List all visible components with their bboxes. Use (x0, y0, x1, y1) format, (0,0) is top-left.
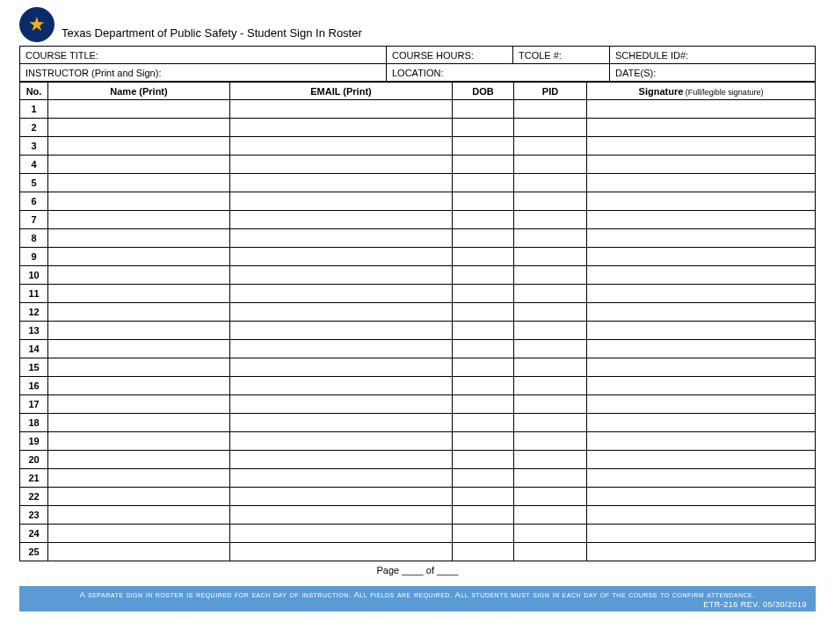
row-number: 5 (20, 174, 48, 192)
table-cell (48, 525, 230, 543)
table-cell (48, 192, 230, 211)
table-cell (48, 156, 230, 174)
dps-seal-icon: ★ (19, 7, 54, 42)
table-cell (48, 432, 230, 451)
table-cell (453, 432, 514, 451)
table-row: 23 (20, 506, 816, 525)
table-row: 10 (20, 266, 816, 285)
row-number: 10 (20, 266, 48, 285)
row-number: 18 (20, 414, 48, 432)
table-cell (453, 377, 514, 395)
row-number: 17 (20, 395, 48, 414)
table-row: 9 (20, 248, 816, 266)
row-number: 25 (20, 543, 48, 561)
table-cell (514, 451, 587, 469)
table-cell (453, 285, 514, 303)
table-cell (587, 469, 816, 488)
table-cell (453, 340, 514, 358)
table-cell (230, 322, 453, 340)
table-cell (453, 192, 514, 211)
table-cell (230, 543, 453, 561)
table-cell (514, 192, 587, 211)
table-cell (587, 432, 816, 451)
table-cell (514, 266, 587, 285)
table-cell (48, 119, 230, 137)
row-number: 19 (20, 432, 48, 451)
table-cell (453, 266, 514, 285)
table-row: 14 (20, 340, 816, 358)
table-cell (453, 119, 514, 137)
col-header-pid: PID (514, 83, 587, 100)
instructor-field: INSTRUCTOR (Print and Sign): (20, 64, 387, 82)
table-cell (453, 174, 514, 192)
table-cell (48, 303, 230, 322)
table-cell (48, 137, 230, 156)
table-row: 24 (20, 525, 816, 543)
row-number: 15 (20, 358, 48, 377)
table-cell (230, 229, 453, 248)
table-cell (587, 303, 816, 322)
table-cell (453, 100, 514, 119)
location-field: LOCATION: (387, 64, 610, 82)
schedule-id-field: SCHEDULE ID#: (610, 47, 816, 64)
table-cell (514, 229, 587, 248)
col-header-no: No. (20, 83, 48, 100)
table-cell (230, 469, 453, 488)
table-cell (453, 358, 514, 377)
table-cell (453, 414, 514, 432)
row-number: 16 (20, 377, 48, 395)
table-cell (48, 451, 230, 469)
table-cell (48, 174, 230, 192)
col-header-signature: Signature (Full/legible signature) (587, 83, 816, 100)
document-header: ★ Texas Department of Public Safety - St… (19, 7, 816, 42)
table-cell (48, 322, 230, 340)
table-cell (453, 525, 514, 543)
table-cell (230, 506, 453, 525)
table-row: 5 (20, 174, 816, 192)
table-cell (514, 322, 587, 340)
table-row: 20 (20, 451, 816, 469)
col-header-dob: DOB (453, 83, 514, 100)
table-cell (514, 285, 587, 303)
table-cell (453, 211, 514, 229)
footer-notice-text: A separate sign in roster is required fo… (80, 590, 756, 599)
table-cell (587, 488, 816, 506)
course-title-field: COURSE TITLE: (20, 47, 387, 64)
dates-field: DATE(S): (610, 64, 816, 82)
table-cell (48, 414, 230, 432)
table-cell (230, 156, 453, 174)
table-cell (48, 506, 230, 525)
table-cell (587, 100, 816, 119)
row-number: 9 (20, 248, 48, 266)
row-number: 12 (20, 303, 48, 322)
table-cell (587, 119, 816, 137)
table-cell (230, 303, 453, 322)
table-cell (587, 395, 816, 414)
table-row: 18 (20, 414, 816, 432)
table-cell (514, 469, 587, 488)
table-cell (48, 377, 230, 395)
table-cell (230, 285, 453, 303)
pagination-text: Page ____ of ____ (19, 565, 816, 575)
table-cell (587, 174, 816, 192)
table-cell (453, 322, 514, 340)
table-row: 7 (20, 211, 816, 229)
table-cell (230, 395, 453, 414)
table-cell (587, 340, 816, 358)
row-number: 11 (20, 285, 48, 303)
table-cell (587, 192, 816, 211)
document-title: Texas Department of Public Safety - Stud… (62, 11, 362, 40)
table-cell (48, 266, 230, 285)
row-number: 7 (20, 211, 48, 229)
row-number: 2 (20, 119, 48, 137)
table-cell (587, 266, 816, 285)
table-cell (230, 192, 453, 211)
table-row: 6 (20, 192, 816, 211)
table-row: 19 (20, 432, 816, 451)
table-cell (230, 358, 453, 377)
table-cell (587, 506, 816, 525)
table-cell (587, 285, 816, 303)
table-cell (514, 414, 587, 432)
table-cell (587, 377, 816, 395)
table-cell (514, 506, 587, 525)
